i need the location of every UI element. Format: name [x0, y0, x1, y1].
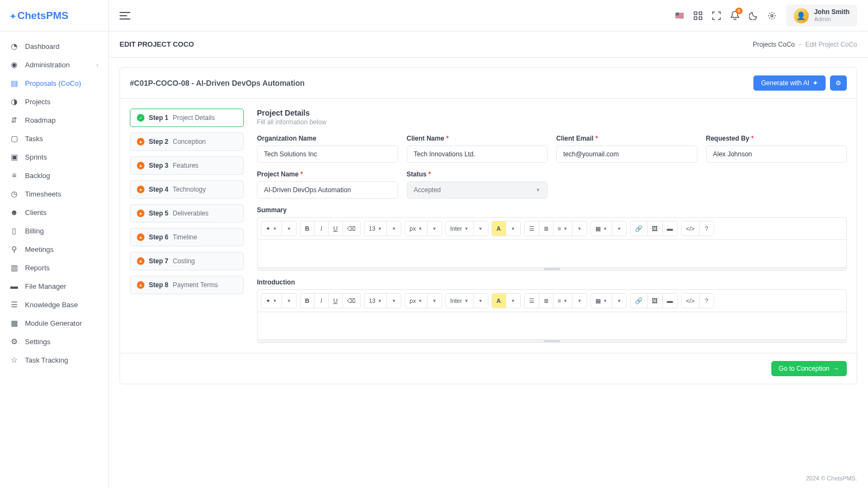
- fontsize-dd[interactable]: ▼: [387, 221, 401, 236]
- bold-button[interactable]: B: [300, 294, 315, 308]
- sidebar-item-projects[interactable]: ◑Projects: [0, 92, 108, 111]
- sidebar-item-settings[interactable]: ⚙Settings: [0, 332, 108, 351]
- table-button[interactable]: ▦ ▼: [591, 294, 612, 308]
- summary-textarea[interactable]: [257, 240, 846, 267]
- magic-button[interactable]: ✦▼: [261, 221, 282, 236]
- code-button[interactable]: </>: [682, 294, 700, 308]
- ol-button[interactable]: ≣: [539, 294, 553, 308]
- font-button[interactable]: Inter ▼: [446, 221, 474, 236]
- erase-button[interactable]: ⌫: [343, 294, 360, 308]
- ul-button[interactable]: ☰: [525, 221, 539, 236]
- sidebar-item-administration[interactable]: ◉Administration›: [0, 55, 108, 74]
- sidebar-item-backlog[interactable]: ≡Backlog: [0, 166, 108, 185]
- magic-button[interactable]: ✦▼: [261, 294, 282, 308]
- italic-button[interactable]: I: [315, 294, 329, 308]
- sidebar-item-roadmap[interactable]: ⇵Roadmap: [0, 111, 108, 129]
- status-select[interactable]: Accepted▼: [407, 181, 548, 199]
- textcolor-button[interactable]: A: [492, 294, 506, 308]
- sidebar-item-reports[interactable]: ▥Reports: [0, 258, 108, 277]
- sidebar-item-meetings[interactable]: ⚲Meetings: [0, 240, 108, 258]
- help-button[interactable]: ?: [700, 294, 714, 308]
- video-button[interactable]: ▬: [663, 294, 677, 308]
- sidebar-item-tasks[interactable]: ▢Tasks: [0, 129, 108, 148]
- table-button[interactable]: ▦ ▼: [591, 221, 612, 236]
- sidebar-item-tasktracking[interactable]: ☆Task Tracking: [0, 351, 108, 369]
- sidebar-item-modulegen[interactable]: ▦Module Generator: [0, 314, 108, 332]
- step-costing[interactable]: ●Step 7Costing: [130, 252, 244, 270]
- step-technology[interactable]: ●Step 4Technology: [130, 180, 244, 199]
- textcolor-dd[interactable]: ▼: [506, 221, 520, 236]
- sidebar-item-sprints[interactable]: ▣Sprints: [0, 148, 108, 166]
- gauge-icon: ◔: [10, 42, 18, 50]
- link-button[interactable]: 🔗: [631, 294, 647, 308]
- sidebar-item-dashboard[interactable]: ◔Dashboard: [0, 37, 108, 55]
- step-conception[interactable]: ●Step 2Conception: [130, 132, 244, 151]
- table-dd[interactable]: ▼: [612, 221, 626, 236]
- fontsize-button[interactable]: 13 ▼: [364, 294, 387, 308]
- settings-button[interactable]: ⚙: [830, 75, 847, 91]
- step-timeline[interactable]: ●Step 6Timeline: [130, 228, 244, 246]
- logo[interactable]: ✦ChetsPMS: [0, 0, 108, 31]
- intro-textarea[interactable]: [257, 312, 846, 339]
- requested-input[interactable]: [706, 145, 847, 163]
- flag-us-icon[interactable]: 🇺🇸: [675, 11, 684, 20]
- settings-icon[interactable]: [768, 11, 776, 20]
- unit-button[interactable]: px ▼: [405, 221, 427, 236]
- fontsize-button[interactable]: 13 ▼: [364, 221, 387, 236]
- resize-handle[interactable]: [257, 267, 846, 270]
- sidebar-item-billing[interactable]: ▯Billing: [0, 221, 108, 240]
- sidebar-item-timesheets[interactable]: ◷Timesheets: [0, 185, 108, 203]
- sidebar-item-knowledgebase[interactable]: ☰Knowledge Base: [0, 295, 108, 314]
- underline-button[interactable]: U: [329, 294, 343, 308]
- bold-button[interactable]: B: [300, 221, 315, 236]
- underline-button[interactable]: U: [329, 221, 343, 236]
- unit-dd[interactable]: ▼: [427, 294, 442, 308]
- step-features[interactable]: ●Step 3Features: [130, 156, 244, 175]
- email-input[interactable]: [556, 145, 697, 163]
- video-button[interactable]: ▬: [663, 221, 677, 236]
- align-dd[interactable]: ▼: [573, 294, 587, 308]
- project-input[interactable]: [257, 181, 398, 199]
- sidebar-item-clients[interactable]: ☻Clients: [0, 203, 108, 221]
- step-deliverables[interactable]: ●Step 5Deliverables: [130, 204, 244, 223]
- font-dd[interactable]: ▼: [474, 221, 488, 236]
- image-button[interactable]: 🖼: [647, 294, 663, 308]
- sidebar-item-filemanager[interactable]: ▬File Manager: [0, 277, 108, 295]
- sidebar-item-proposals[interactable]: ▤Proposals (CoCo): [0, 74, 108, 92]
- bell-icon[interactable]: 0: [731, 11, 739, 21]
- link-button[interactable]: 🔗: [631, 221, 647, 236]
- table-dd[interactable]: ▼: [612, 294, 626, 308]
- unit-button[interactable]: px ▼: [405, 294, 427, 308]
- unit-dd[interactable]: ▼: [427, 221, 442, 236]
- apps-icon[interactable]: [694, 11, 702, 20]
- user-menu[interactable]: 👤 John Smith Admin: [786, 5, 857, 27]
- fontsize-dd[interactable]: ▼: [387, 294, 401, 308]
- erase-button[interactable]: ⌫: [343, 221, 360, 236]
- fullscreen-icon[interactable]: [712, 11, 721, 20]
- code-button[interactable]: </>: [682, 221, 700, 236]
- client-input[interactable]: [407, 145, 548, 163]
- textcolor-button[interactable]: A: [492, 221, 506, 236]
- dropdown-button[interactable]: ▼: [282, 294, 296, 308]
- step-project-details[interactable]: ✓Step 1Project Details: [130, 109, 244, 127]
- menu-toggle[interactable]: [119, 12, 130, 20]
- font-button[interactable]: Inter ▼: [446, 294, 474, 308]
- align-dd[interactable]: ▼: [573, 221, 587, 236]
- textcolor-dd[interactable]: ▼: [506, 294, 520, 308]
- align-button[interactable]: ≡ ▼: [553, 294, 573, 308]
- help-button[interactable]: ?: [700, 221, 714, 236]
- resize-handle[interactable]: [257, 339, 846, 343]
- ol-button[interactable]: ≣: [539, 221, 553, 236]
- moon-icon[interactable]: [749, 11, 758, 20]
- dropdown-button[interactable]: ▼: [282, 221, 296, 236]
- italic-button[interactable]: I: [315, 221, 329, 236]
- step-payment-terms[interactable]: ●Step 8Payment Terms: [130, 276, 244, 294]
- generate-ai-button[interactable]: Generate with AI✦: [753, 75, 826, 91]
- align-button[interactable]: ≡ ▼: [553, 221, 573, 236]
- ul-button[interactable]: ☰: [525, 294, 539, 308]
- next-button[interactable]: Go to Conception→: [771, 361, 847, 376]
- breadcrumb-parent[interactable]: Projects CoCo: [753, 41, 795, 48]
- image-button[interactable]: 🖼: [647, 221, 663, 236]
- font-dd[interactable]: ▼: [474, 294, 488, 308]
- org-input[interactable]: [257, 145, 398, 163]
